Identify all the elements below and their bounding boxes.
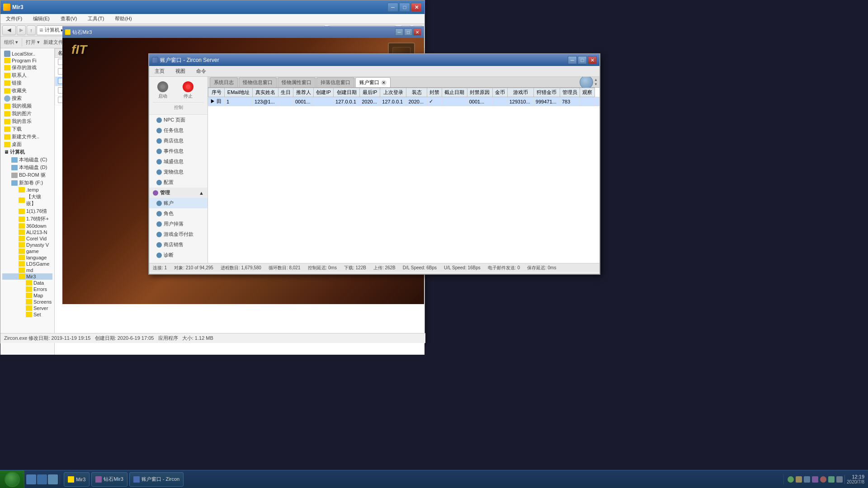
sidebar-item-temp[interactable]: .temp [2, 187, 52, 193]
open-btn[interactable]: 打开 ▾ [26, 39, 40, 46]
col-create-date[interactable]: 创建日期 [334, 88, 360, 97]
game-restore-btn[interactable]: □ [404, 28, 412, 36]
sidebar-item-md[interactable]: md [2, 267, 52, 273]
game-minimize-btn[interactable]: ─ [395, 28, 403, 36]
col-ban[interactable]: 封禁 [427, 88, 442, 97]
nav-task[interactable]: 任务信息 [149, 125, 208, 136]
taskbar-item-zircon[interactable]: 账户窗口 - Zircon [129, 472, 184, 487]
nav-character[interactable]: 角色 [149, 208, 208, 219]
explorer-restore-btn[interactable]: □ [399, 3, 410, 12]
sidebar-item-links[interactable]: 链接 [2, 79, 52, 87]
zircon-menu-home[interactable]: 主页 [153, 67, 166, 75]
explorer-minimize-btn[interactable]: ─ [387, 3, 398, 12]
sidebar-item-game[interactable]: game [2, 248, 52, 254]
menu-file[interactable]: 文件(F) [4, 14, 24, 23]
sidebar-item-set[interactable]: Set [2, 311, 52, 318]
col-status[interactable]: 装态 [406, 88, 427, 97]
sidebar-item-server[interactable]: Server [2, 305, 52, 311]
sidebar-item-computer[interactable]: 🖥计算机 [2, 148, 52, 156]
stop-button[interactable]: 停止 [178, 80, 198, 100]
start-button[interactable]: 启动 [153, 80, 173, 100]
nav-user-items[interactable]: 用户物品 [149, 260, 208, 263]
sidebar-item-video[interactable]: 我的视频 [2, 102, 52, 110]
col-realname[interactable]: 真实姓名 [253, 88, 278, 97]
sidebar-item-newfolder[interactable]: 新建文件夹.. [2, 133, 52, 141]
sidebar-item-f[interactable]: 新加卷 (F:) [2, 179, 52, 187]
sidebar-item-360down[interactable]: 360down [2, 223, 52, 229]
explorer-close-btn[interactable]: ✕ [411, 3, 422, 12]
zircon-restore-btn[interactable]: □ [578, 56, 587, 64]
col-observe[interactable]: 观察 [580, 88, 595, 97]
menu-view[interactable]: 查看(V) [59, 14, 79, 23]
col-ban-reason[interactable]: 封禁原因 [467, 88, 492, 97]
sidebar-item-screens[interactable]: Screens [2, 299, 52, 305]
col-hunt-gold[interactable]: 狩猎金币 [533, 88, 560, 97]
tab-account[interactable]: 账户窗口 ✕ [355, 77, 391, 87]
menu-edit[interactable]: 编辑(E) [31, 14, 52, 23]
game-close-btn[interactable]: ✕ [413, 28, 421, 36]
sidebar-item-d[interactable]: 本地磁盘 (D) [2, 164, 52, 171]
col-last-ip[interactable]: 最后IP [360, 88, 380, 97]
nav-user-drop[interactable]: 用户掉落 [149, 219, 208, 229]
sidebar-item-localstorage[interactable]: LocalStor.. [2, 50, 52, 57]
sidebar-item-corel[interactable]: Corel Vid [2, 235, 52, 242]
nav-shop[interactable]: 商店信息 [149, 136, 208, 146]
sidebar-item-language[interactable]: language [2, 254, 52, 261]
tab-scroll-up[interactable]: ▲ [594, 78, 598, 82]
col-birthday[interactable]: 生日 [278, 88, 293, 97]
nav-payment[interactable]: 游戏金币付款 [149, 229, 208, 239]
sidebar-item-desktop[interactable]: 桌面 [2, 141, 52, 148]
quicklaunch-ie[interactable] [26, 474, 36, 484]
sidebar-item-ldsgame[interactable]: LDSGame [2, 261, 52, 267]
sidebar-item-search[interactable]: 搜索 [2, 94, 52, 102]
tab-monster-info[interactable]: 怪物信息窗口 [239, 77, 277, 87]
sidebar-item-programfi[interactable]: Program Fi [2, 57, 52, 64]
zircon-menu-cmd[interactable]: 命令 [194, 67, 208, 75]
sidebar-item-daQianxiang[interactable]: 【大镶嵌】 [2, 193, 52, 207]
zircon-minimize-btn[interactable]: ─ [568, 56, 577, 64]
sidebar-item-c[interactable]: 本地磁盘 (C) [2, 156, 52, 164]
sidebar-item-176[interactable]: 1(1).76情 [2, 207, 52, 215]
nav-account[interactable]: 账户 [149, 198, 208, 208]
nav-forward-btn[interactable]: ▶ [17, 25, 26, 35]
sidebar-item-music[interactable]: 我的音乐 [2, 117, 52, 125]
nav-back-btn[interactable]: ◀ [2, 25, 16, 35]
tab-scroll-down[interactable]: ▼ [594, 82, 598, 86]
start-button[interactable] [0, 470, 24, 488]
col-ban-end[interactable]: 截止日期 [442, 88, 467, 97]
col-create-ip[interactable]: 创建IP [314, 88, 334, 97]
col-last-login[interactable]: 上次登录 [380, 88, 406, 97]
sidebar-item-data[interactable]: Data [2, 280, 52, 286]
sidebar-item-errors[interactable]: Errors [2, 286, 52, 292]
nav-shop-sales[interactable]: 商店销售 [149, 239, 208, 250]
sidebar-item-pics[interactable]: 我的图片 [2, 110, 52, 117]
taskbar-item-explorer[interactable]: Mir3 [64, 472, 90, 487]
col-referral[interactable]: 推荐人 [293, 88, 313, 97]
menu-help[interactable]: 帮助(H) [113, 14, 133, 23]
col-admin[interactable]: 管理员 [560, 88, 580, 97]
menu-tools[interactable]: 工具(T) [86, 14, 106, 23]
col-email[interactable]: EMail地址 [225, 88, 253, 97]
organize-btn[interactable]: 组织 ▾ [4, 39, 18, 46]
quicklaunch-item3[interactable] [48, 474, 58, 484]
nav-up-btn[interactable]: ↑ [27, 25, 36, 35]
nav-npc[interactable]: NPC 页面 [149, 115, 208, 125]
account-row-0[interactable]: ▶ 田 1 123@1... 0001... 127.0.0.1 2020...… [208, 97, 599, 106]
sidebar-item-dynasty[interactable]: Dynasty V [2, 242, 52, 248]
nav-pet[interactable]: 宠物信息 [149, 167, 208, 177]
sidebar-item-map[interactable]: Map [2, 292, 52, 299]
sidebar-item-176b[interactable]: 1.76情怀+ [2, 215, 52, 223]
nav-city[interactable]: 城盛信息 [149, 156, 208, 167]
col-game-coin[interactable]: 游戏币 [507, 88, 533, 97]
tab-account-close[interactable]: ✕ [381, 80, 387, 85]
tab-monster-attr[interactable]: 怪物属性窗口 [278, 77, 316, 87]
zircon-close-btn[interactable]: ✕ [588, 56, 597, 64]
col-seqnum[interactable]: 序号 [208, 88, 225, 97]
col-gold[interactable]: 金币 [492, 88, 507, 97]
nav-event[interactable]: 事件信息 [149, 146, 208, 156]
sidebar-item-mir3[interactable]: Mir3 [2, 273, 52, 280]
tab-syslog[interactable]: 系统日志 [210, 77, 238, 87]
nav-diagnose[interactable]: 诊断 [149, 250, 208, 260]
tab-drop-info[interactable]: 掉落信息窗口 [316, 77, 354, 87]
nav-config[interactable]: 配置 [149, 177, 208, 188]
